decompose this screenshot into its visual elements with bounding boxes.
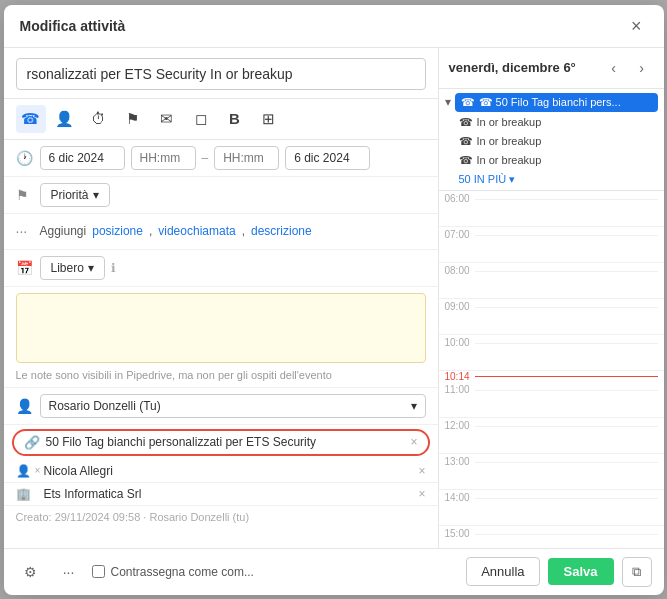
modal-title: Modifica attività [20, 18, 126, 34]
start-time-input[interactable] [131, 146, 196, 170]
company-close[interactable]: × [418, 487, 425, 501]
status-label: Libero [51, 261, 84, 275]
right-panel: venerdì, dicembre 6° ‹ › ▾ ☎ ☎ 50 Filo T… [439, 48, 664, 548]
slot-1500: 15:00 [439, 526, 664, 548]
contact-close[interactable]: × [418, 464, 425, 478]
time-label-0800: 08:00 [445, 263, 475, 276]
sub-event-1-text: In or breakup [477, 116, 542, 128]
more-arrow: ▾ [509, 173, 515, 185]
link-deal-close[interactable]: × [410, 435, 417, 449]
more-events-link[interactable]: 50 IN PIÙ ▾ [455, 171, 520, 187]
next-arrow-btn[interactable]: › [630, 56, 654, 80]
slot-1300: 13:00 [439, 454, 664, 490]
time-label-1300: 13:00 [445, 454, 475, 467]
link-icon: 🔗 [24, 435, 40, 450]
person-content: Rosario Donzelli (Tu) ▾ [40, 394, 426, 418]
priority-icon: ⚑ [16, 187, 40, 203]
person-arrow: ▾ [411, 399, 417, 413]
slot-0600: 06:00 [439, 191, 664, 227]
close-button[interactable]: × [625, 15, 648, 37]
slot-0700: 07:00 [439, 227, 664, 263]
priority-dropdown[interactable]: Priorità ▾ [40, 183, 110, 207]
clock-icon-btn[interactable]: ⏱ [84, 105, 114, 133]
contact-icon-wrap: 👤 × [16, 464, 36, 478]
car-icon-btn[interactable]: ◻ [186, 105, 216, 133]
time-line-0900 [475, 307, 658, 308]
info-icon[interactable]: ℹ [111, 261, 116, 275]
created-label: Creato: 29/11/2024 09:58 · Rosario Donze… [16, 511, 250, 523]
checkbox-text: Contrassegna come com... [111, 565, 254, 579]
priority-row: ⚑ Priorità ▾ [4, 177, 438, 214]
modal-body: ☎ 👤 ⏱ ⚑ ✉ ◻ B ⊞ 🕐 – [4, 48, 664, 548]
time-label-1400: 14:00 [445, 490, 475, 503]
settings-button[interactable]: ⚙ [16, 557, 46, 587]
notes-textarea[interactable] [16, 293, 426, 363]
time-label-1100: 11:00 [445, 382, 475, 395]
position-link[interactable]: posizione [92, 224, 143, 238]
videocall-link[interactable]: videochiamata [158, 224, 235, 238]
description-link[interactable]: descrizione [251, 224, 312, 238]
sub-event-1-phone-icon: ☎ [459, 116, 473, 129]
title-input-wrap [4, 48, 438, 99]
slot-0900: 09:00 [439, 299, 664, 335]
main-event[interactable]: ☎ ☎ 50 Filo Tag bianchi pers... [455, 93, 658, 112]
mark-complete-label[interactable]: Contrassegna come com... [92, 565, 254, 579]
more-label: 50 IN PIÙ [459, 173, 507, 185]
time-line-1100 [475, 390, 658, 391]
status-dropdown[interactable]: Libero ▾ [40, 256, 105, 280]
datetime-row: 🕐 – [4, 140, 438, 177]
sub-event-2[interactable]: ☎ In or breakup [455, 133, 658, 150]
person-avatar-icon: 👤 [16, 398, 40, 414]
time-line-0600 [475, 199, 658, 200]
clock-icon: 🕐 [16, 150, 40, 166]
modal: Modifica attività × ☎ 👤 ⏱ ⚑ ✉ ◻ B [4, 5, 664, 595]
more-button[interactable]: ··· [54, 557, 84, 587]
link-deal-text: 50 Filo Tag bianchi personalizzati per E… [46, 435, 405, 449]
image-icon-btn[interactable]: ⊞ [254, 105, 284, 133]
status-icon: 📅 [16, 260, 40, 276]
sub-event-2-text: In or breakup [477, 135, 542, 147]
flag-icon-btn[interactable]: ⚑ [118, 105, 148, 133]
time-dash: – [202, 151, 209, 165]
left-panel: ☎ 👤 ⏱ ⚑ ✉ ◻ B ⊞ 🕐 – [4, 48, 439, 548]
collapse-btn[interactable]: ▾ [445, 93, 451, 109]
footer-left: ⚙ ··· Contrassegna come com... [16, 557, 254, 587]
right-header-title: venerdì, dicembre 6° [449, 60, 576, 75]
person-icon-btn[interactable]: 👤 [50, 105, 80, 133]
priority-arrow: ▾ [93, 188, 99, 202]
time-line-0700 [475, 235, 658, 236]
cancel-button[interactable]: Annulla [466, 557, 539, 586]
time-label-0900: 09:00 [445, 299, 475, 312]
add-links-prefix: Aggiungi [40, 224, 87, 238]
sub-event-3[interactable]: ☎ In or breakup [455, 152, 658, 169]
links-content: Aggiungi posizione, videochiamata, descr… [40, 224, 426, 238]
notes-area: Le note sono visibili in Pipedrive, ma n… [4, 287, 438, 388]
company-row: 🏢 Ets Informatica Srl × [4, 483, 438, 506]
prev-arrow-btn[interactable]: ‹ [602, 56, 626, 80]
collapse-row: ▾ ☎ ☎ 50 Filo Tag bianchi pers... ☎ In o… [445, 93, 658, 186]
end-date-input[interactable] [285, 146, 370, 170]
sub-event-1[interactable]: ☎ In or breakup [455, 114, 658, 131]
slot-1200: 12:00 [439, 418, 664, 454]
calendar-events: ▾ ☎ ☎ 50 Filo Tag bianchi pers... ☎ In o… [439, 89, 664, 191]
time-line-1400 [475, 498, 658, 499]
start-date-input[interactable] [40, 146, 125, 170]
right-nav: ‹ › [602, 56, 654, 80]
person-select[interactable]: Rosario Donzelli (Tu) ▾ [40, 394, 426, 418]
phone-icon-btn[interactable]: ☎ [16, 105, 46, 133]
company-name: Ets Informatica Srl [44, 487, 411, 501]
modal-overlay: Modifica attività × ☎ 👤 ⏱ ⚑ ✉ ◻ B [0, 0, 667, 599]
time-slots: 06:00 07:00 08:00 09:00 [439, 191, 664, 548]
contact-row: 👤 × Nicola Allegri × [4, 460, 438, 483]
current-time-line: 10:14 [439, 371, 664, 382]
status-row: 📅 Libero ▾ ℹ [4, 250, 438, 287]
copy-button[interactable]: ⧉ [622, 557, 652, 587]
title-input[interactable] [16, 58, 426, 90]
end-time-input[interactable] [214, 146, 279, 170]
mark-complete-checkbox[interactable] [92, 565, 105, 578]
mail-icon-btn[interactable]: ✉ [152, 105, 182, 133]
time-label-1200: 12:00 [445, 418, 475, 431]
person-label: Rosario Donzelli (Tu) [49, 399, 161, 413]
bold-icon-btn[interactable]: B [220, 105, 250, 133]
save-button[interactable]: Salva [548, 558, 614, 585]
